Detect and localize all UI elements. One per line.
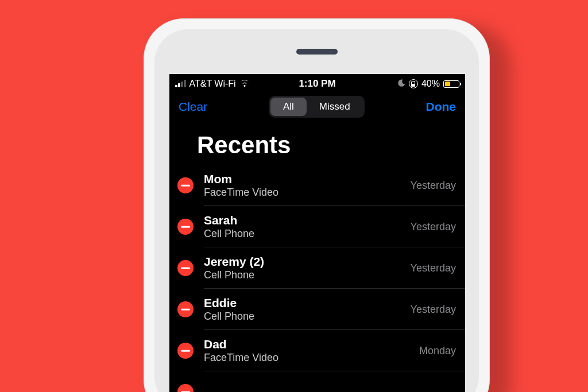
- battery-icon: [443, 80, 459, 88]
- call-subtitle: FaceTime Video: [204, 187, 411, 199]
- call-row[interactable]: Dad FaceTime Video Monday: [169, 330, 465, 371]
- call-row[interactable]: Eddie Cell Phone Yesterday: [169, 289, 465, 330]
- call-time: Yesterday: [411, 221, 457, 233]
- call-row[interactable]: Mom FaceTime Video Yesterday: [169, 165, 465, 206]
- segment-missed[interactable]: Missed: [307, 98, 363, 116]
- nav-bar: Clear All Missed Done: [169, 92, 465, 121]
- wifi-icon: [239, 79, 250, 89]
- segment-all[interactable]: All: [270, 98, 307, 116]
- call-subtitle: Cell Phone: [204, 269, 411, 282]
- call-time: Monday: [419, 345, 457, 357]
- clear-button[interactable]: Clear: [177, 98, 208, 116]
- call-name: Sarah: [204, 214, 411, 227]
- call-name: Jeremy (2): [204, 255, 411, 269]
- call-row[interactable]: [169, 371, 465, 392]
- battery-fill: [445, 81, 450, 86]
- call-row[interactable]: Jeremy (2) Cell Phone Yesterday: [169, 247, 465, 289]
- cellular-signal-icon: [175, 80, 186, 87]
- call-subtitle: Cell Phone: [204, 228, 411, 240]
- call-row[interactable]: Sarah Cell Phone Yesterday: [169, 206, 465, 247]
- screen: AT&T Wi-Fi 1:10 PM 40% Clear All: [169, 74, 465, 392]
- do-not-disturb-icon: [397, 79, 405, 89]
- battery-percentage: 40%: [421, 79, 440, 89]
- segmented-control: All Missed: [269, 96, 365, 118]
- delete-call-button[interactable]: [177, 219, 194, 235]
- call-name: Mom: [204, 172, 411, 186]
- orientation-lock-icon: [409, 79, 418, 88]
- delete-call-button[interactable]: [177, 343, 194, 359]
- page-title: Recents: [169, 121, 465, 165]
- recents-list: Mom FaceTime Video Yesterday Sarah Cell …: [169, 165, 465, 392]
- call-name: Dad: [204, 337, 419, 351]
- done-button[interactable]: Done: [424, 98, 457, 116]
- delete-call-button[interactable]: [177, 177, 194, 193]
- call-subtitle: Cell Phone: [204, 311, 411, 323]
- call-time: Yesterday: [411, 304, 457, 316]
- call-subtitle: FaceTime Video: [204, 352, 419, 364]
- status-bar: AT&T Wi-Fi 1:10 PM 40%: [169, 74, 465, 90]
- phone-speaker: [296, 49, 338, 55]
- delete-call-button[interactable]: [177, 260, 194, 276]
- delete-call-button[interactable]: [177, 384, 194, 392]
- call-time: Yesterday: [411, 262, 457, 274]
- call-name: Eddie: [204, 296, 411, 310]
- carrier-label: AT&T Wi-Fi: [189, 79, 236, 89]
- call-time: Yesterday: [411, 180, 457, 192]
- phone-frame: AT&T Wi-Fi 1:10 PM 40% Clear All: [144, 18, 490, 392]
- delete-call-button[interactable]: [177, 301, 194, 317]
